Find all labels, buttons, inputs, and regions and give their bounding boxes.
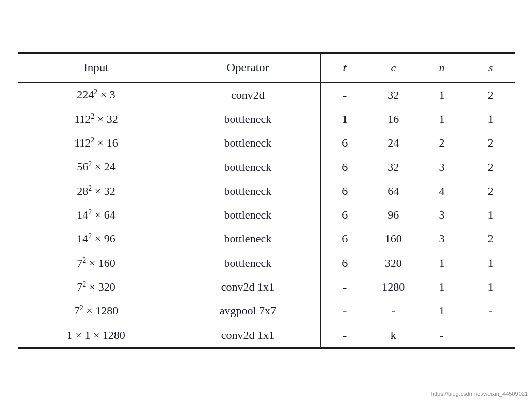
cell-n: -	[418, 323, 466, 347]
cell-s: 1	[466, 251, 515, 275]
cell-c: 16	[369, 107, 418, 131]
header-c: c	[369, 54, 418, 82]
cell-c: 32	[369, 82, 418, 107]
cell-input: 72 × 160	[18, 251, 175, 275]
cell-operator: bottleneck	[175, 227, 321, 251]
cell-n: 1	[418, 107, 466, 131]
cell-input: 282 × 32	[18, 179, 175, 203]
cell-t: -	[321, 323, 369, 347]
table-row: 2242 × 3conv2d-3212	[18, 82, 515, 107]
cell-operator: conv2d	[175, 82, 321, 107]
cell-n: 1	[418, 251, 466, 275]
cell-c: 64	[369, 179, 418, 203]
cell-t: 6	[321, 131, 369, 155]
header-s: s	[466, 54, 515, 82]
header-t: t	[321, 54, 369, 82]
table-row: 72 × 160bottleneck632011	[18, 251, 515, 275]
cell-t: -	[321, 82, 369, 107]
cell-c: 96	[369, 203, 418, 227]
cell-s: 1	[466, 203, 515, 227]
watermark-text: https://blog.csdn.net/weixin_44509021	[431, 391, 528, 397]
cell-t: -	[321, 275, 369, 299]
cell-n: 4	[418, 179, 466, 203]
cell-s: 1	[466, 107, 515, 131]
cell-input: 1122 × 32	[18, 107, 175, 131]
table-row: 72 × 320conv2d 1x1-128011	[18, 275, 515, 299]
cell-t: 6	[321, 155, 369, 179]
cell-input: 1122 × 16	[18, 131, 175, 155]
cell-s: 1	[466, 275, 515, 299]
cell-s: 2	[466, 227, 515, 251]
cell-operator: bottleneck	[175, 203, 321, 227]
header-operator: Operator	[175, 54, 321, 82]
header-n: n	[418, 54, 466, 82]
cell-s: 2	[466, 82, 515, 107]
cell-s	[466, 323, 515, 347]
cell-n: 3	[418, 227, 466, 251]
cell-t: 6	[321, 227, 369, 251]
cell-n: 1	[418, 82, 466, 107]
cell-c: 320	[369, 251, 418, 275]
cell-c: 24	[369, 131, 418, 155]
cell-input: 562 × 24	[18, 155, 175, 179]
cell-operator: avgpool 7x7	[175, 299, 321, 323]
table-row: 142 × 96bottleneck616032	[18, 227, 515, 251]
header-input: Input	[18, 54, 175, 82]
cell-operator: bottleneck	[175, 251, 321, 275]
architecture-table: Input Operator t c n s	[18, 54, 515, 347]
cell-s: 2	[466, 179, 515, 203]
cell-c: 32	[369, 155, 418, 179]
table-row: 142 × 64bottleneck69631	[18, 203, 515, 227]
cell-input: 1 × 1 × 1280	[18, 323, 175, 347]
cell-operator: conv2d 1x1	[175, 275, 321, 299]
cell-n: 2	[418, 131, 466, 155]
cell-c: k	[369, 323, 418, 347]
cell-c: 1280	[369, 275, 418, 299]
table-row: 72 × 1280avgpool 7x7--1-	[18, 299, 515, 323]
cell-operator: conv2d 1x1	[175, 323, 321, 347]
cell-t: 6	[321, 251, 369, 275]
cell-n: 1	[418, 275, 466, 299]
cell-operator: bottleneck	[175, 131, 321, 155]
table-row: 1122 × 16bottleneck62422	[18, 131, 515, 155]
table-row: 1122 × 32bottleneck11611	[18, 107, 515, 131]
table-header-row: Input Operator t c n s	[18, 54, 515, 82]
cell-input: 72 × 320	[18, 275, 175, 299]
table-row: 282 × 32bottleneck66442	[18, 179, 515, 203]
cell-input: 72 × 1280	[18, 299, 175, 323]
cell-c: -	[369, 299, 418, 323]
cell-n: 1	[418, 299, 466, 323]
cell-n: 3	[418, 203, 466, 227]
cell-operator: bottleneck	[175, 155, 321, 179]
cell-operator: bottleneck	[175, 179, 321, 203]
cell-t: -	[321, 299, 369, 323]
cell-s: 2	[466, 131, 515, 155]
cell-n: 3	[418, 155, 466, 179]
cell-t: 1	[321, 107, 369, 131]
cell-input: 2242 × 3	[18, 82, 175, 107]
table-row: 562 × 24bottleneck63232	[18, 155, 515, 179]
table-row: 1 × 1 × 1280conv2d 1x1-k-	[18, 323, 515, 347]
cell-t: 6	[321, 203, 369, 227]
cell-input: 142 × 96	[18, 227, 175, 251]
cell-input: 142 × 64	[18, 203, 175, 227]
cell-s: -	[466, 299, 515, 323]
cell-s: 2	[466, 155, 515, 179]
cell-t: 6	[321, 179, 369, 203]
cell-c: 160	[369, 227, 418, 251]
main-table-container: Input Operator t c n s	[18, 52, 515, 348]
cell-operator: bottleneck	[175, 107, 321, 131]
